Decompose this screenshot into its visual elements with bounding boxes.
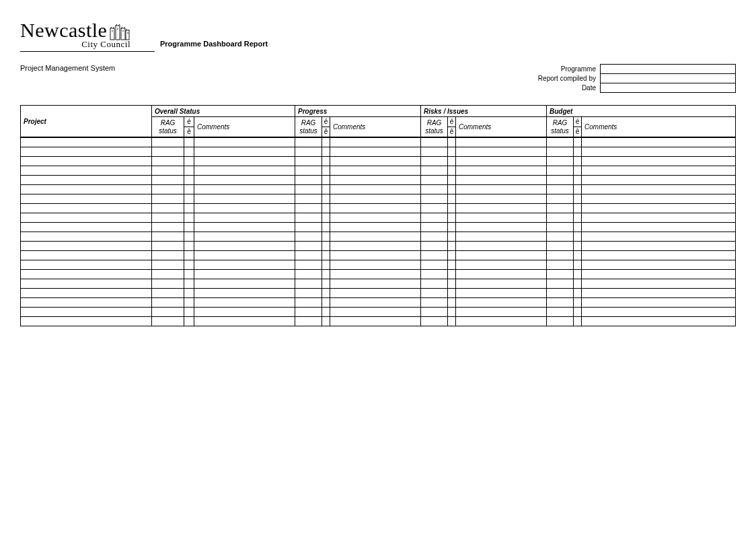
table-cell[interactable] <box>574 260 582 270</box>
table-cell[interactable] <box>421 157 448 166</box>
table-cell[interactable] <box>574 204 582 213</box>
table-cell[interactable] <box>547 289 574 298</box>
table-cell[interactable] <box>456 185 547 194</box>
table-cell[interactable] <box>448 157 456 166</box>
table-cell[interactable] <box>547 137 574 147</box>
table-cell[interactable] <box>21 157 152 166</box>
table-cell[interactable] <box>194 270 295 279</box>
table-cell[interactable] <box>152 289 184 298</box>
table-cell[interactable] <box>21 194 152 204</box>
table-cell[interactable] <box>152 137 184 147</box>
table-cell[interactable] <box>322 137 330 147</box>
table-cell[interactable] <box>421 232 448 242</box>
table-cell[interactable] <box>194 213 295 223</box>
table-cell[interactable] <box>456 298 547 308</box>
table-cell[interactable] <box>456 260 547 270</box>
table-cell[interactable] <box>184 166 194 176</box>
table-cell[interactable] <box>184 242 194 251</box>
table-cell[interactable] <box>194 176 295 185</box>
table-cell[interactable] <box>421 194 448 204</box>
table-cell[interactable] <box>582 298 736 308</box>
table-cell[interactable] <box>194 232 295 242</box>
table-cell[interactable] <box>582 251 736 260</box>
table-cell[interactable] <box>330 223 421 232</box>
table-cell[interactable] <box>547 166 574 176</box>
table-cell[interactable] <box>21 166 152 176</box>
table-cell[interactable] <box>456 251 547 260</box>
table-cell[interactable] <box>295 176 322 185</box>
table-cell[interactable] <box>448 251 456 260</box>
table-cell[interactable] <box>456 213 547 223</box>
table-cell[interactable] <box>295 279 322 289</box>
table-cell[interactable] <box>330 242 421 251</box>
table-cell[interactable] <box>448 166 456 176</box>
table-cell[interactable] <box>194 279 295 289</box>
table-cell[interactable] <box>582 289 736 298</box>
table-cell[interactable] <box>582 232 736 242</box>
table-cell[interactable] <box>322 298 330 308</box>
table-cell[interactable] <box>295 260 322 270</box>
table-cell[interactable] <box>582 157 736 166</box>
table-cell[interactable] <box>582 204 736 213</box>
table-cell[interactable] <box>574 185 582 194</box>
table-cell[interactable] <box>184 213 194 223</box>
table-cell[interactable] <box>322 223 330 232</box>
table-cell[interactable] <box>547 176 574 185</box>
table-cell[interactable] <box>21 270 152 279</box>
table-cell[interactable] <box>582 137 736 147</box>
table-cell[interactable] <box>21 308 152 317</box>
table-cell[interactable] <box>448 213 456 223</box>
table-cell[interactable] <box>456 317 547 326</box>
table-cell[interactable] <box>322 279 330 289</box>
table-cell[interactable] <box>574 176 582 185</box>
table-cell[interactable] <box>295 157 322 166</box>
table-cell[interactable] <box>582 317 736 326</box>
table-cell[interactable] <box>582 260 736 270</box>
table-cell[interactable] <box>184 279 194 289</box>
table-cell[interactable] <box>421 270 448 279</box>
table-cell[interactable] <box>21 223 152 232</box>
table-cell[interactable] <box>21 298 152 308</box>
table-cell[interactable] <box>574 251 582 260</box>
table-cell[interactable] <box>184 194 194 204</box>
table-cell[interactable] <box>448 317 456 326</box>
table-cell[interactable] <box>448 204 456 213</box>
table-cell[interactable] <box>184 223 194 232</box>
table-cell[interactable] <box>448 289 456 298</box>
table-cell[interactable] <box>582 270 736 279</box>
table-cell[interactable] <box>322 289 330 298</box>
table-cell[interactable] <box>547 298 574 308</box>
table-cell[interactable] <box>152 232 184 242</box>
table-cell[interactable] <box>456 242 547 251</box>
table-cell[interactable] <box>184 147 194 157</box>
table-cell[interactable] <box>448 270 456 279</box>
table-cell[interactable] <box>194 194 295 204</box>
table-cell[interactable] <box>574 223 582 232</box>
table-cell[interactable] <box>330 137 421 147</box>
table-cell[interactable] <box>194 157 295 166</box>
table-cell[interactable] <box>421 176 448 185</box>
table-cell[interactable] <box>330 298 421 308</box>
table-cell[interactable] <box>421 185 448 194</box>
table-cell[interactable] <box>194 298 295 308</box>
table-cell[interactable] <box>582 279 736 289</box>
table-cell[interactable] <box>295 166 322 176</box>
table-cell[interactable] <box>574 213 582 223</box>
programme-field[interactable] <box>601 65 736 74</box>
table-cell[interactable] <box>574 279 582 289</box>
table-cell[interactable] <box>152 185 184 194</box>
table-cell[interactable] <box>448 279 456 289</box>
table-cell[interactable] <box>322 157 330 166</box>
table-cell[interactable] <box>322 242 330 251</box>
table-cell[interactable] <box>574 147 582 157</box>
table-cell[interactable] <box>448 185 456 194</box>
table-cell[interactable] <box>322 166 330 176</box>
table-cell[interactable] <box>295 232 322 242</box>
table-cell[interactable] <box>21 185 152 194</box>
table-cell[interactable] <box>421 242 448 251</box>
table-cell[interactable] <box>421 279 448 289</box>
table-cell[interactable] <box>448 232 456 242</box>
table-cell[interactable] <box>184 298 194 308</box>
table-cell[interactable] <box>184 251 194 260</box>
table-cell[interactable] <box>330 166 421 176</box>
